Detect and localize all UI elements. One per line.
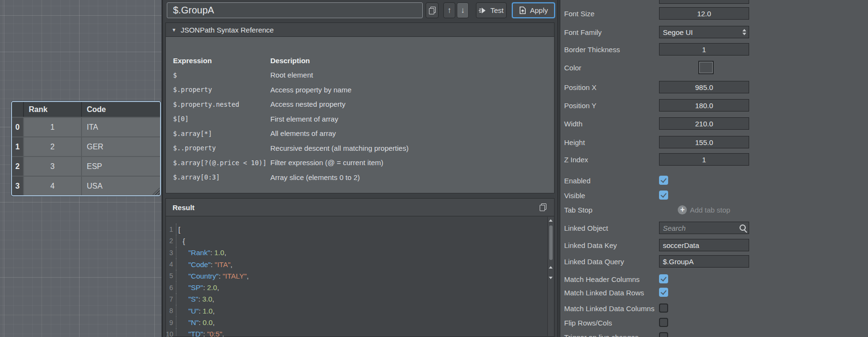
linked-data-key-input[interactable] (659, 239, 749, 251)
position-x-input[interactable] (659, 81, 749, 93)
add-tab-stop-button[interactable]: + Add tab stop (659, 205, 749, 214)
code-line: 3 "Rank": 1.0, (166, 247, 547, 258)
row-index: 2 (12, 157, 24, 176)
property-row-z-index: Z Index (560, 153, 868, 166)
scroll-up-icon[interactable] (549, 266, 553, 269)
z-index-input[interactable] (659, 153, 749, 166)
scroll-up-icon[interactable] (549, 219, 553, 222)
clipped-top-input[interactable] (659, 0, 749, 4)
scroll-down-icon[interactable] (549, 277, 553, 279)
linked-object-search-input[interactable] (659, 222, 749, 234)
copy-result-button[interactable] (540, 203, 546, 213)
cell-rank: 4 (24, 177, 82, 195)
result-header: Result (166, 199, 554, 216)
description-column-header: Description (270, 56, 310, 65)
visible-checkbox[interactable] (659, 191, 668, 200)
cell-code: USA (82, 177, 160, 195)
code-line: 5 "Country": "ITALY", (166, 270, 547, 281)
property-row-match-linked-data-columns: Match Linked Data Columns (560, 303, 868, 313)
code-line: 7 "S": 3.0, (166, 293, 547, 305)
match-header-columns-checkbox[interactable] (659, 274, 668, 283)
property-label: Color (564, 64, 581, 72)
property-label: Linked Object (564, 224, 608, 232)
property-row-position-x: Position X (560, 81, 868, 93)
property-row-visible: Visible (560, 191, 868, 200)
property-label: Z Index (564, 156, 588, 164)
property-label: Font Size (564, 10, 594, 18)
line-number: 3 (166, 249, 173, 257)
syntax-reference-header[interactable]: ▼ JSONPath Syntax Reference (166, 23, 554, 37)
move-down-button[interactable]: ↓ (457, 2, 469, 18)
property-label: Match Linked Data Rows (564, 288, 644, 296)
syntax-expression: $ (173, 71, 270, 79)
property-label: Match Header Columns (564, 275, 640, 283)
table-header-rank: Rank (24, 102, 82, 117)
apply-button[interactable]: Apply (512, 2, 555, 18)
syntax-expression: $.array[?(@.price < 10)] (173, 159, 270, 167)
font-size-input[interactable] (659, 7, 749, 20)
property-label: Enabled (564, 176, 590, 184)
apply-icon (519, 6, 526, 14)
color-swatch[interactable] (698, 61, 714, 74)
property-label: Linked Data Query (564, 258, 624, 266)
property-label: Border Thickness (564, 45, 620, 54)
width-input[interactable] (659, 117, 749, 130)
add-icon: + (678, 205, 687, 214)
copy-icon (429, 7, 436, 14)
match-linked-data-columns-checkbox[interactable] (659, 303, 668, 313)
code-line: 8 "U": 1.0, (166, 305, 547, 316)
position-y-input[interactable] (659, 99, 749, 112)
copy-query-button[interactable] (426, 2, 439, 18)
syntax-column-headers: Expression Description (173, 53, 554, 68)
property-row-linked-object: Linked Object (560, 222, 868, 234)
border-thickness-input[interactable] (659, 43, 749, 56)
collapse-arrow-icon: ▼ (172, 27, 176, 33)
font-family-dropdown[interactable]: Segoe UI (659, 26, 749, 38)
match-linked-data-rows-checkbox[interactable] (659, 288, 668, 297)
flip-rows-cols-checkbox[interactable] (659, 318, 668, 327)
line-number: 6 (166, 284, 173, 292)
syntax-expression: $[0] (173, 115, 270, 123)
result-title: Result (173, 203, 195, 212)
syntax-reference-table: Expression Description $ Root element $.… (166, 37, 554, 185)
property-row-height: Height (560, 136, 868, 148)
line-number: 2 (166, 237, 173, 245)
syntax-description: Array slice (elements 0 to 2) (270, 173, 360, 181)
syntax-expression: $.array[0:3] (173, 173, 270, 181)
syntax-row: $[0] First element of array (173, 112, 554, 126)
syntax-row: $..property Recursive descent (all match… (173, 141, 554, 156)
property-row-width: Width (560, 117, 868, 130)
enabled-checkbox[interactable] (659, 176, 668, 185)
apply-button-label: Apply (530, 6, 548, 14)
property-label: Flip Rows/Cols (564, 318, 612, 326)
linked-data-query-input[interactable] (659, 255, 749, 268)
cell-rank: 2 (24, 137, 82, 156)
row-index: 0 (12, 118, 24, 136)
test-button[interactable]: Test (476, 2, 507, 18)
property-row-clipped (560, 0, 868, 4)
line-number: 10 (166, 330, 173, 337)
syntax-row: $.property.nested Access nested property (173, 97, 554, 112)
scrollbar-thumb[interactable] (549, 225, 553, 260)
table-header-row: Rank Code (12, 102, 160, 117)
property-label: Trigger on live changes (564, 333, 638, 337)
syntax-row: $.array[*] All elements of array (173, 126, 554, 141)
result-code-view: 1 [ 2 { 3 "Rank": 1.0, 4 "Code": "ITA", … (166, 216, 547, 337)
move-up-button[interactable]: ↑ (443, 2, 455, 18)
property-row-linked-data-key: Linked Data Key (560, 239, 868, 251)
trigger-on-live-changes-checkbox[interactable] (659, 332, 668, 337)
app-window: Rank Code 0 1 ITA 1 2 GER 2 3 ESP 3 4 US (0, 0, 868, 337)
test-button-label: Test (490, 6, 504, 14)
height-input[interactable] (659, 136, 749, 148)
syntax-row: $.array[0:3] Array slice (elements 0 to … (173, 170, 554, 185)
syntax-description: Root element (270, 71, 313, 79)
syntax-description: Recursive descent (all matching properti… (270, 144, 408, 152)
property-row-tab-stop: Tab Stop + Add tab stop (560, 205, 868, 214)
arrow-up-icon: ↑ (447, 6, 451, 14)
table-widget[interactable]: Rank Code 0 1 ITA 1 2 GER 2 3 ESP 3 4 US (11, 101, 161, 196)
property-row-flip-rows-cols: Flip Rows/Cols (560, 318, 868, 327)
syntax-expression: $.array[*] (173, 130, 270, 137)
design-canvas[interactable]: Rank Code 0 1 ITA 1 2 GER 2 3 ESP 3 4 US (0, 0, 162, 337)
jsonpath-query-input[interactable] (167, 2, 423, 18)
result-scrollbar[interactable] (547, 217, 554, 336)
